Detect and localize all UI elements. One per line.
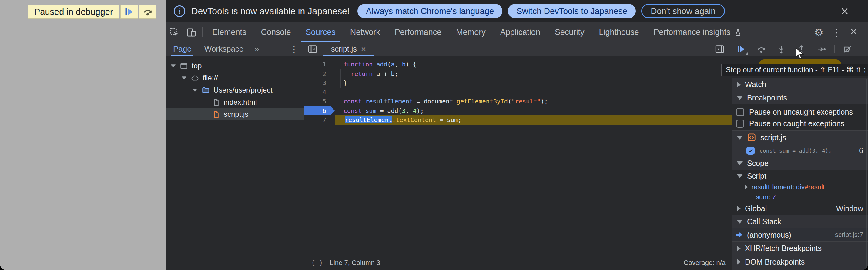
navigator-tab-workspace[interactable]: Workspace bbox=[203, 42, 246, 56]
tab-application[interactable]: Application bbox=[493, 23, 548, 42]
code-token: "result" bbox=[512, 98, 540, 105]
tab-elements[interactable]: Elements bbox=[205, 23, 254, 42]
variable-resultElement-row[interactable]: resultElement: div#result bbox=[733, 182, 868, 192]
tab-sources[interactable]: Sources bbox=[298, 23, 343, 42]
switch-devtools-japanese-button[interactable]: Switch DevTools to Japanese bbox=[508, 4, 636, 18]
scope-section-header[interactable]: Scope bbox=[733, 156, 868, 170]
code-line-7: 7resultElement.textContent = sum; bbox=[304, 115, 732, 125]
code-line-text[interactable]: return a + b; bbox=[335, 69, 732, 79]
tab-console[interactable]: Console bbox=[254, 23, 298, 42]
breakpoint-marker-line-6[interactable]: 6 bbox=[304, 106, 335, 116]
banner-resume-button[interactable] bbox=[120, 5, 138, 19]
tab-security[interactable]: Security bbox=[548, 23, 592, 42]
code-token bbox=[362, 107, 365, 114]
variable-sum-row[interactable]: sum: 7 bbox=[733, 192, 868, 202]
call-stack-label: Call Stack bbox=[747, 217, 781, 226]
code-editor[interactable]: 1function add(a, b) {2 return a + b;3}45… bbox=[304, 56, 732, 255]
line-number-2[interactable]: 2 bbox=[304, 69, 335, 79]
step-out-icon bbox=[797, 44, 806, 54]
paused-banner-label: Paused in debugger bbox=[28, 5, 120, 19]
code-line-text[interactable] bbox=[335, 88, 732, 97]
line-number-1[interactable]: 1 bbox=[304, 60, 335, 69]
breakpoints-section-header[interactable]: Breakpoints bbox=[733, 91, 868, 104]
code-token: ( bbox=[508, 98, 512, 105]
checkbox-unchecked[interactable] bbox=[736, 108, 744, 116]
step-out-button[interactable] bbox=[797, 44, 806, 54]
code-line-text[interactable]: function add(a, b) { bbox=[335, 60, 732, 69]
line-number-7[interactable]: 7 bbox=[304, 115, 335, 125]
chevron-down-icon[interactable] bbox=[182, 77, 186, 80]
dom-breakpoints-section-header[interactable]: DOM Breakpoints bbox=[733, 255, 868, 270]
navigator-tab-page[interactable]: Page bbox=[171, 42, 193, 56]
tree-item-script-js[interactable]: script.js bbox=[166, 108, 304, 120]
cursor-position: Line 7, Column 3 bbox=[330, 259, 380, 267]
checkbox-checked[interactable] bbox=[746, 147, 754, 155]
pause-caught-exceptions-row[interactable]: Pause on caught exceptions bbox=[733, 118, 868, 129]
variable-value-id: #result bbox=[805, 183, 825, 191]
devtools-close-button[interactable] bbox=[845, 26, 862, 38]
code-line-text[interactable]: const sum = add(3, 4); bbox=[335, 106, 732, 116]
code-token: return bbox=[351, 70, 373, 78]
chevron-down-icon[interactable] bbox=[171, 64, 176, 67]
navigator-more-menu-icon[interactable]: ⋮ bbox=[289, 44, 299, 54]
tree-item-top[interactable]: top bbox=[166, 60, 304, 72]
tab-performance[interactable]: Performance bbox=[388, 23, 449, 42]
toggle-navigator-button[interactable] bbox=[307, 44, 318, 54]
step-into-button[interactable] bbox=[777, 44, 786, 54]
resume-script-button[interactable] bbox=[737, 44, 746, 54]
tab-performance-insights[interactable]: Performance insights bbox=[646, 23, 749, 42]
code-line-text[interactable]: } bbox=[335, 78, 732, 88]
tree-item-index-html[interactable]: index.html bbox=[166, 96, 304, 108]
pause-uncaught-exceptions-row[interactable]: Pause on uncaught exceptions bbox=[733, 106, 868, 118]
breakpoint-entry[interactable]: const sum = add(3, 4); 6 bbox=[733, 144, 868, 157]
toggle-debugger-sidebar-button[interactable] bbox=[715, 44, 725, 54]
watch-section-header[interactable]: Watch bbox=[733, 78, 868, 91]
banner-step-over-button[interactable] bbox=[139, 5, 156, 19]
code-line-6: 6const sum = add(3, 4); bbox=[304, 106, 732, 116]
infobar-close-button[interactable] bbox=[840, 7, 849, 16]
browser-page-background: Paused in debugger bbox=[0, 0, 166, 270]
file-tab-scriptjs[interactable]: script.js × bbox=[322, 42, 375, 56]
tab-lighthouse[interactable]: Lighthouse bbox=[591, 23, 646, 42]
file-tab-close-icon[interactable]: × bbox=[361, 44, 366, 54]
scope-global-row[interactable]: Global Window bbox=[733, 202, 868, 215]
sidebar-scrollbar[interactable] bbox=[866, 79, 867, 268]
resume-script-icon bbox=[125, 7, 134, 17]
code-token: 4 bbox=[413, 107, 416, 114]
pretty-print-icon[interactable]: { } bbox=[311, 259, 323, 266]
code-token: = sum; bbox=[436, 116, 461, 123]
inspect-element-button[interactable] bbox=[166, 23, 183, 42]
deactivate-breakpoints-button[interactable] bbox=[843, 44, 852, 54]
code-line-text[interactable]: const resultElement = document.getElemen… bbox=[335, 97, 732, 106]
dont-show-again-button[interactable]: Don't show again bbox=[641, 4, 725, 18]
step-over-button[interactable] bbox=[757, 44, 766, 54]
device-toolbar-button[interactable] bbox=[183, 23, 200, 42]
always-match-language-button[interactable]: Always match Chrome's language bbox=[358, 4, 502, 18]
more-options-icon[interactable]: ⋮ bbox=[827, 26, 845, 38]
chevron-right-icon bbox=[745, 185, 748, 189]
device-toolbar-icon bbox=[186, 27, 196, 38]
code-token: a + b; bbox=[373, 70, 398, 78]
xhr-breakpoints-section-header[interactable]: XHR/fetch Breakpoints bbox=[733, 241, 868, 255]
editor-tabstrip: script.js × bbox=[304, 42, 732, 56]
js-file-icon bbox=[213, 111, 220, 118]
tab-network[interactable]: Network bbox=[343, 23, 388, 42]
navigator-overflow-chevrons[interactable]: » bbox=[254, 44, 259, 54]
code-token: , bbox=[406, 107, 413, 114]
resume-icon bbox=[737, 44, 746, 54]
line-number-3[interactable]: 3 bbox=[304, 78, 335, 88]
call-stack-frame-row[interactable]: (anonymous) script.js:7 bbox=[733, 228, 868, 241]
call-stack-section-header[interactable]: Call Stack bbox=[733, 215, 868, 228]
tree-item-users-user-project[interactable]: Users/user/project bbox=[166, 84, 304, 96]
line-number-4[interactable]: 4 bbox=[304, 88, 335, 97]
code-line-text[interactable]: resultElement.textContent = sum; bbox=[335, 115, 732, 125]
tree-item-file[interactable]: file:// bbox=[166, 72, 304, 84]
checkbox-unchecked[interactable] bbox=[736, 120, 744, 128]
scope-script-row[interactable]: Script bbox=[733, 170, 868, 182]
line-number-5[interactable]: 5 bbox=[304, 97, 335, 106]
settings-gear-icon[interactable]: ⚙ bbox=[810, 26, 827, 38]
chevron-down-icon[interactable] bbox=[192, 89, 197, 92]
step-button[interactable] bbox=[817, 44, 826, 54]
breakpoint-file-row[interactable]: script.js bbox=[733, 131, 868, 144]
tab-memory[interactable]: Memory bbox=[449, 23, 493, 42]
